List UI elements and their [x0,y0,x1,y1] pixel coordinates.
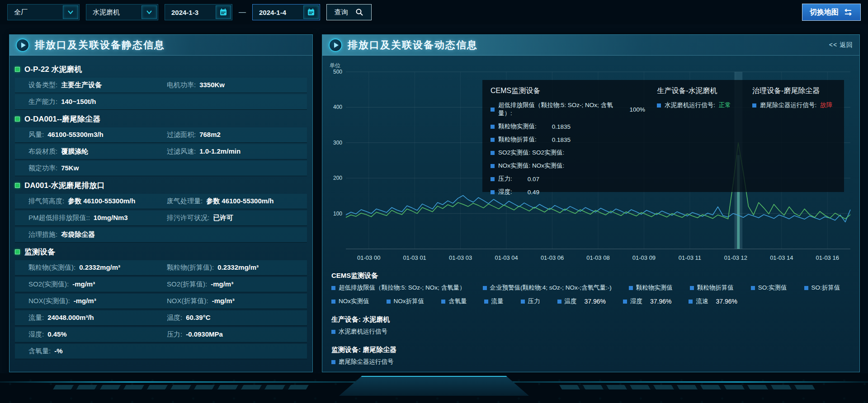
legend-item[interactable]: NOx折算值 [387,297,425,305]
legend-marker-icon [629,286,633,290]
info-row: 湿度:0.45%压力:-0.0930MPa [15,327,307,342]
legend-item[interactable]: 企业预警值(颗粒物:4; sOz-; NOx-;含氧气量:-) [483,284,612,292]
static-info-panel-header: 排放口及关联设备静态信息 [9,35,312,56]
legend-marker-icon [491,108,495,112]
legend-marker-icon [623,300,627,304]
field-value: 46100-55300m3/h [47,131,103,138]
plant-select-value: 全厂 [14,8,28,17]
field-value: 参数 46100-55300m/h [206,197,274,206]
back-button[interactable]: << 返回 [829,41,853,49]
section-header: 监测设备 [15,244,307,259]
legend-item[interactable]: 湿度37.96% [623,297,671,305]
chevron-down-icon[interactable] [63,5,78,19]
legend-marker-icon [690,286,694,290]
tooltip-column-title: CEMS监测设备 [491,86,645,96]
section-title: DA001-水泥磨尾排放口 [24,180,105,191]
chart-tooltip: CEMS监测设备超低排放限值（颗拉物:5: SOz-; NOx; 含氧量）:10… [482,80,844,192]
legend-marker-icon [657,103,661,108]
legend-item-label: SO:折算值 [811,284,840,292]
tooltip-column-title: 生产设备-水泥磨机 [657,86,741,96]
legend-item[interactable]: 超低排放限值（颗拉物:5: SOz-; NOx; 含氧量） [331,284,466,292]
chart-legend-groups: CEMS监测设备超低排放限值（颗拉物:5: SOz-; NOx; 含氧量）企业预… [331,267,851,366]
calendar-icon[interactable] [303,5,319,19]
info-cell: 治理措施:布袋除尘器 [28,230,167,239]
legend-item[interactable]: 流量 [484,297,504,305]
emissions-line-chart[interactable]: 单位10020030040050001-03 0001-03 0101-03 0… [325,60,858,264]
green-bullet-icon [15,249,20,254]
field-label: 风量: [28,131,44,139]
static-info-list: O-P-22 水泥磨机设备类型:主要生产设备电机功率:3350Kw生产能力:14… [9,56,312,365]
legend-item-value: 37.96% [716,298,737,305]
date-range-separator: — [239,8,246,16]
switch-map-button[interactable]: 切换地图 [802,4,861,21]
legend-group-title: CEMS监测设备 [331,272,851,280]
date-end-value: 2024-1-4 [259,9,286,16]
static-info-panel: 排放口及关联设备静态信息 O-P-22 水泥磨机设备类型:主要生产设备电机功率:… [9,34,313,372]
section-header: DA001-水泥磨尾排放口 [15,178,307,192]
footer-decoration [0,373,868,403]
device-select[interactable]: 水泥磨机 [86,4,158,20]
field-label: 流量: [28,314,44,322]
query-button[interactable]: 查询 [326,4,372,20]
legend-item[interactable]: SO:实测值 [751,284,787,292]
legend-marker-icon [491,138,495,142]
legend-item[interactable]: 含氧量 [441,297,467,305]
info-cell: 温度:60.39°C [167,314,305,322]
field-label: 治理措施: [28,230,57,239]
calendar-icon[interactable] [216,5,231,19]
play-badge-icon [329,38,342,52]
field-value: 0.45% [47,330,67,338]
legend-item[interactable]: 磨尾除尘器运行信号 [331,358,394,366]
tooltip-production-column: 生产设备-水泥磨机水泥磨机运行信号:正常 [657,86,741,186]
legend-item[interactable]: 颗粒物折算值 [690,284,734,292]
legend-marker-icon [751,286,755,290]
field-label: 排气筒高度: [28,197,64,206]
svg-text:200: 200 [333,175,342,181]
legend-item[interactable]: 水泥磨机运行信号 [331,328,387,336]
field-label: NOX(折算值): [167,297,208,305]
svg-text:100: 100 [333,211,342,217]
device-select-value: 水泥磨机 [93,8,120,17]
date-start-input[interactable]: 2024-1-3 [165,4,232,20]
tooltip-item-label: 压力: [498,175,512,183]
legend-item[interactable]: 颗粒物实测值 [629,284,673,292]
info-row: 设备类型:主要生产设备电机功率:3350Kw [15,78,307,93]
legend-item-label: 水泥磨机运行信号 [339,328,387,336]
info-row: PM超低排排放限值::10mg/Nm3排污许可状况:已许可 [15,211,307,226]
svg-text:01-03 03: 01-03 03 [449,254,472,261]
field-label: NOX(实测值): [28,297,70,305]
legend-group-title: 监测设备: 磨尾除尘器 [331,346,851,354]
date-end-input[interactable]: 2024-1-4 [252,4,320,20]
legend-marker-icon [521,300,525,304]
info-cell: 含氧量:-% [28,347,167,356]
field-label: SO2(实测值): [28,280,69,289]
legend-item[interactable]: 温度37.96% [557,297,606,305]
field-label: 压力: [167,330,182,339]
info-cell: SO2(实测值):-mg/m³ [28,280,167,289]
field-label: 额定功率: [28,164,57,173]
plant-select[interactable]: 全厂 [7,4,80,20]
info-cell: PM超低排排放限值::10mg/Nm3 [28,214,167,222]
legend-items: 超低排放限值（颗拉物:5: SOz-; NOx; 含氧量）企业预警值(颗粒物:4… [331,284,851,305]
center-emblem [339,376,529,396]
chevron-down-icon[interactable] [142,5,157,19]
legend-marker-icon [331,286,335,290]
field-value: 60.39°C [186,314,210,321]
legend-item[interactable]: 压力 [521,297,540,305]
legend-item[interactable]: 流速37.96% [689,297,737,305]
info-cell: 设备类型:主要生产设备 [28,81,167,89]
info-row: 颗粒物(实测值):0.2332mg/m³颗粒物(折算值):0.2332mg/m³ [15,260,307,276]
svg-text:300: 300 [333,140,342,146]
info-row: 治理措施:布袋除尘器 [15,227,307,243]
legend-item[interactable]: NOx实测值 [331,297,369,305]
field-label: 湿度: [28,330,44,339]
svg-text:01-03 01: 01-03 01 [403,254,426,261]
svg-text:01-03 06: 01-03 06 [541,254,564,261]
legend-marker-icon [387,300,391,304]
info-cell: 布袋材质:覆膜涤纶 [28,147,167,156]
info-row: SO2(实测值):-mg/m³SO2(折算值):-mg/m³ [15,277,307,292]
legend-item[interactable]: SO:折算值 [804,284,840,292]
green-bullet-icon [15,67,20,72]
legend-item-label: NOx实测值 [339,297,369,305]
dynamic-info-panel-title: 排放口及关联设备动态信息 [348,38,478,52]
